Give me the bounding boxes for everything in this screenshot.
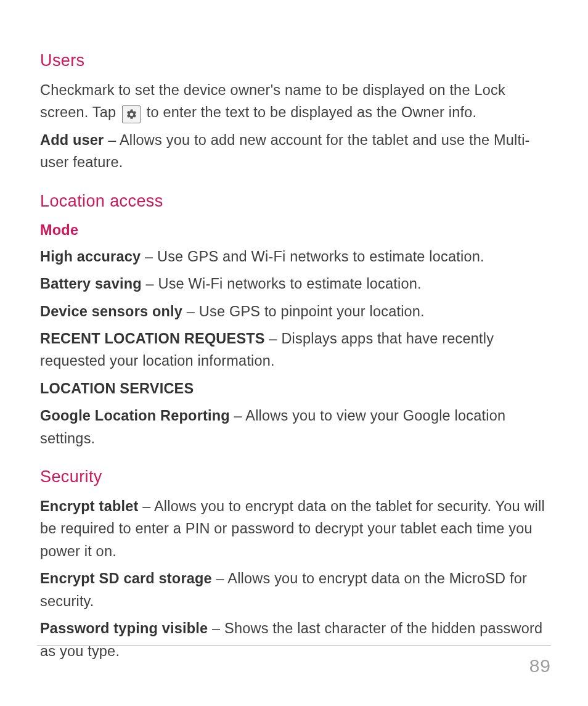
users-intro: Checkmark to set the device owner's name… <box>40 79 551 124</box>
item-label: Battery saving <box>40 276 142 292</box>
heading-location: Location access <box>40 189 551 215</box>
gear-icon[interactable] <box>122 105 141 123</box>
security-item-encrypt-tablet: Encrypt tablet – Allows you to encrypt d… <box>40 495 551 562</box>
location-item-device-sensors: Device sensors only – Use GPS to pinpoin… <box>40 300 551 322</box>
page-footer: 89 <box>37 645 551 681</box>
recent-label: RECENT LOCATION REQUESTS <box>40 330 265 347</box>
item-label: Device sensors only <box>40 303 182 319</box>
page-number: 89 <box>37 652 551 681</box>
location-services-heading: LOCATION SERVICES <box>40 377 551 400</box>
location-item-battery-saving: Battery saving – Use Wi-Fi networks to e… <box>40 273 551 295</box>
security-item-encrypt-sd: Encrypt SD card storage – Allows you to … <box>40 567 551 612</box>
users-intro-post: to enter the text to be displayed as the… <box>147 104 477 120</box>
item-label: High accuracy <box>40 248 141 265</box>
item-desc: – Use GPS to pinpoint your location. <box>182 303 425 319</box>
add-user-label: Add user <box>40 132 104 148</box>
google-location-reporting: Google Location Reporting – Allows you t… <box>40 404 551 449</box>
item-label: Password typing visible <box>40 620 208 636</box>
add-user-item: Add user – Allows you to add new account… <box>40 129 551 174</box>
reporting-label: Google Location Reporting <box>40 408 230 424</box>
location-recent-requests: RECENT LOCATION REQUESTS – Displays apps… <box>40 327 551 372</box>
manual-page: Users Checkmark to set the device owner'… <box>0 0 588 706</box>
item-desc: – Use Wi-Fi networks to estimate locatio… <box>142 276 422 292</box>
item-desc: – Use GPS and Wi-Fi networks to estimate… <box>141 248 484 265</box>
heading-security: Security <box>40 464 551 490</box>
item-label: Encrypt tablet <box>40 498 139 514</box>
heading-users: Users <box>40 48 551 74</box>
location-item-high-accuracy: High accuracy – Use GPS and Wi-Fi networ… <box>40 245 551 268</box>
footer-divider <box>37 645 551 646</box>
subheading-mode: Mode <box>40 219 551 241</box>
item-label: Encrypt SD card storage <box>40 570 212 586</box>
add-user-desc: – Allows you to add new account for the … <box>40 132 530 170</box>
